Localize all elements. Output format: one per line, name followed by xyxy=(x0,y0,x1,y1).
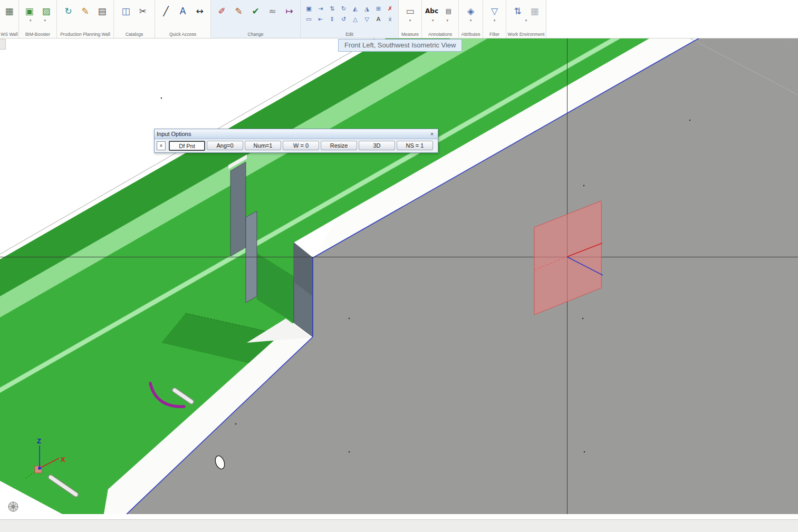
abc-label-icon[interactable]: Abc xyxy=(425,4,439,18)
group-label: Change xyxy=(211,32,300,37)
filter-funnel-icon[interactable]: ▽ xyxy=(488,4,502,18)
delete-x-icon[interactable]: ✗ xyxy=(385,4,395,13)
bim-booster-check-icon[interactable]: ▨ xyxy=(40,4,53,18)
ribbon-group-filter: ▽ ▾ Filter xyxy=(483,0,506,38)
text-tool-icon[interactable]: A xyxy=(176,4,190,18)
align-left-icon[interactable]: ⇤ xyxy=(315,15,325,23)
dropdown-arrow-icon[interactable]: ▾ xyxy=(30,18,32,22)
text-lines-icon[interactable]: ▤ xyxy=(442,4,456,18)
dropdown-arrow-icon[interactable]: ▾ xyxy=(44,18,46,22)
workspace-grid-icon[interactable]: ▦ xyxy=(528,4,542,18)
rotate-icon[interactable]: ↻ xyxy=(339,4,349,13)
group-label: Catalogs xyxy=(114,32,155,37)
group-label: Measure xyxy=(399,32,421,37)
mirror-delete-icon[interactable]: ◮ xyxy=(362,4,372,13)
ribbon-group-change: ✐✎✔≈↦ Change xyxy=(211,0,301,38)
stretch-entities-icon[interactable]: ▭ xyxy=(304,15,314,23)
group-label: WS Wall xyxy=(0,32,18,37)
axis-z-label: Z xyxy=(37,437,41,445)
status-bar xyxy=(0,519,798,532)
edit-pen-icon[interactable]: ✎ xyxy=(232,4,246,18)
input-options-palette: Input Options × × Df PntAng=0Num=1W = 0R… xyxy=(154,129,438,153)
duplicate-icon[interactable]: ⊞ xyxy=(373,4,383,13)
column-face-left xyxy=(230,162,246,256)
group-label: Quick Access xyxy=(155,32,210,37)
move-element-icon[interactable]: ▣ xyxy=(304,4,314,13)
dimension-tool-icon[interactable]: ↔ xyxy=(193,4,207,18)
3d-button[interactable]: 3D xyxy=(359,141,395,150)
origin-dot xyxy=(38,467,41,470)
view-compass-icon[interactable] xyxy=(8,502,18,511)
input-options-title: Input Options xyxy=(157,131,428,137)
viewport-3d-canvas[interactable]: Z X xyxy=(0,38,798,519)
viewport-restore-icon[interactable]: ❐ xyxy=(781,41,786,48)
ns-button[interactable]: NS = 1 xyxy=(397,141,433,150)
attribute-tags-icon[interactable]: ◈ xyxy=(464,4,478,18)
eraser-icon[interactable]: ✐ xyxy=(215,4,229,18)
production-planning-icon[interactable]: ↻ xyxy=(62,4,75,18)
layer-swap-icon[interactable]: ⇅ xyxy=(511,4,525,18)
view-name-tooltip: Front Left, Southwest Isometric View xyxy=(338,39,462,52)
ribbon-filler xyxy=(546,0,798,38)
group-label: Attributes xyxy=(459,32,483,37)
catalog-tools-icon[interactable]: ✂ xyxy=(136,4,150,18)
scale-down-icon[interactable]: ▽ xyxy=(362,15,372,23)
df-pnt-button[interactable]: Df Pnt xyxy=(169,141,205,151)
stretch-icon[interactable]: ↦ xyxy=(283,4,296,18)
resize-button[interactable]: Resize xyxy=(321,141,357,150)
viewport-close-icon[interactable]: × xyxy=(790,41,793,48)
ribbon-group-measure: ▭ ▾ Measure xyxy=(399,0,422,38)
group-label: Production Planning Wall xyxy=(57,32,113,37)
ws-wall-icon[interactable]: ▦ xyxy=(3,4,16,18)
delete-coord-icon[interactable]: ẋ xyxy=(385,15,395,23)
ribbon-toolbar: ▦ WS Wall ▣▨ ▾ ▾ BIM-Booster ↻✎▤ Product… xyxy=(0,0,798,38)
group-label: Annotations xyxy=(422,32,458,37)
group-label: Edit xyxy=(301,32,398,37)
open-project-icon[interactable]: ✎ xyxy=(79,4,92,18)
angle-button[interactable]: Ang=0 xyxy=(207,141,243,150)
viewport-left-tab[interactable] xyxy=(0,39,6,50)
input-options-body: × Df PntAng=0Num=1W = 0Resize3DNS = 1 xyxy=(155,139,438,152)
group-label: Filter xyxy=(483,32,506,37)
ribbon-group-attributes: ◈ ▾ Attributes xyxy=(459,0,483,38)
catalog-book-icon[interactable]: ◫ xyxy=(119,4,133,18)
bim-booster-copy-icon[interactable]: ▣ xyxy=(23,4,36,18)
input-options-titlebar[interactable]: Input Options × xyxy=(155,129,438,139)
ribbon-group-ws-wall: ▦ WS Wall xyxy=(0,0,19,38)
axis-x-label: X xyxy=(61,456,65,463)
rotate-ccw-icon[interactable]: ↺ xyxy=(339,15,349,23)
distribute-icon[interactable]: ⇕ xyxy=(327,15,337,23)
ribbon-group-work-environment: ⇅▦ ▾ Work Environment xyxy=(506,0,546,38)
report-list-icon[interactable]: ▤ xyxy=(95,4,109,18)
dropdown-arrow-icon[interactable]: ▾ xyxy=(409,18,411,22)
match-text-icon[interactable]: A xyxy=(373,15,383,23)
group-label: Work Environment xyxy=(506,32,546,37)
ribbon-group-quick-access: ╱A↔ Quick Access xyxy=(155,0,211,38)
align-vertical-icon[interactable]: ⇅ xyxy=(327,4,337,13)
stamp-check-icon[interactable]: ✔ xyxy=(249,4,263,18)
measure-ruler-icon[interactable]: ▭ xyxy=(403,4,417,18)
freehand-icon[interactable]: ≈ xyxy=(266,4,280,18)
ribbon-group-edit: ▣⇥⇅↻◭◮⊞✗ ▭⇤⇕↺△▽Aẋ Edit xyxy=(301,0,399,38)
scale-up-icon[interactable]: △ xyxy=(350,15,360,23)
pin-checkbox[interactable]: × xyxy=(157,141,166,150)
input-options-close-icon[interactable]: × xyxy=(428,131,436,138)
ribbon-group-bim-booster: ▣▨ ▾ ▾ BIM-Booster xyxy=(19,0,57,38)
ribbon-group-production-planning-wall: ↻✎▤ Production Planning Wall xyxy=(57,0,114,38)
ribbon-group-catalogs: ◫✂ Catalogs xyxy=(114,0,155,38)
dropdown-arrow-icon[interactable]: ▾ xyxy=(525,18,527,22)
width-button[interactable]: W = 0 xyxy=(283,141,319,150)
dropdown-arrow-icon[interactable]: ▾ xyxy=(494,18,496,22)
viewport-window-controls: ❐ × xyxy=(781,41,793,48)
mirror-copy-icon[interactable]: ◭ xyxy=(350,4,360,13)
dropdown-arrow-icon[interactable]: ▾ xyxy=(470,18,472,22)
group-label: BIM-Booster xyxy=(19,32,56,37)
dropdown-arrow-icon[interactable]: ▾ xyxy=(432,18,434,22)
number-button[interactable]: Num=1 xyxy=(245,141,281,150)
dropdown-arrow-icon[interactable]: ▾ xyxy=(447,18,449,22)
draw-line-icon[interactable]: ╱ xyxy=(159,4,173,18)
align-right-icon[interactable]: ⇥ xyxy=(315,4,325,13)
ribbon-group-annotations: Abc▤ ▾ ▾ Annotations xyxy=(422,0,459,38)
